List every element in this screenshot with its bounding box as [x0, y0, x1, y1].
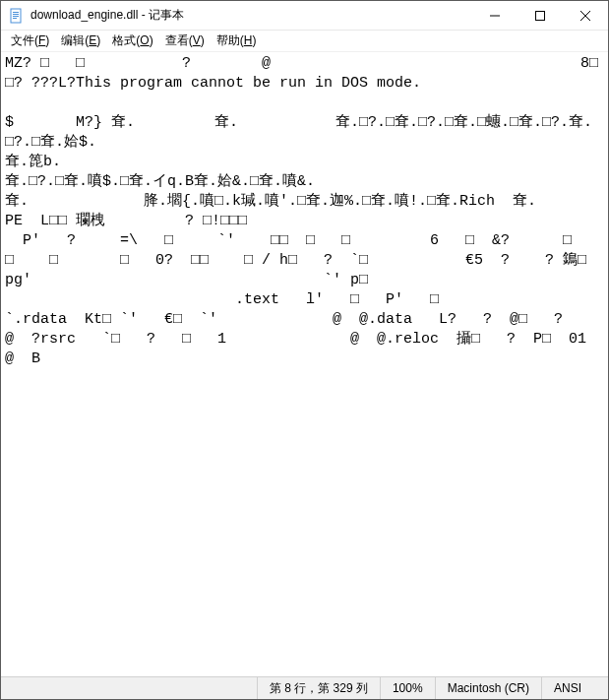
svg-rect-6	[536, 11, 545, 20]
menu-file[interactable]: 文件(F)	[5, 31, 55, 51]
text-area[interactable]: MZ? □ □ ? @ 8□ □? ???L?This program cann…	[1, 51, 608, 676]
menu-format[interactable]: 格式(O)	[106, 31, 158, 51]
title-bar[interactable]: download_engine.dll - 记事本	[1, 1, 608, 31]
status-encoding: ANSI	[541, 677, 608, 699]
status-position: 第 8 行，第 329 列	[257, 677, 380, 699]
menu-edit[interactable]: 编辑(E)	[55, 31, 106, 51]
status-line-ending: Macintosh (CR)	[435, 677, 541, 699]
window-buttons	[472, 1, 608, 30]
maximize-button[interactable]	[518, 1, 563, 30]
menu-view[interactable]: 查看(V)	[159, 31, 211, 51]
close-button[interactable]	[563, 1, 608, 30]
menu-help[interactable]: 帮助(H)	[211, 31, 263, 51]
window-title: download_engine.dll - 记事本	[30, 7, 472, 24]
status-spacer	[1, 677, 257, 699]
notepad-window: download_engine.dll - 记事本 文件(F) 编辑(E) 格式…	[0, 0, 609, 700]
svg-rect-3	[13, 16, 19, 17]
menu-bar: 文件(F) 编辑(E) 格式(O) 查看(V) 帮助(H)	[1, 31, 608, 51]
svg-rect-4	[13, 18, 17, 19]
svg-rect-1	[13, 12, 19, 13]
svg-rect-2	[13, 14, 19, 15]
minimize-button[interactable]	[472, 1, 518, 30]
app-icon	[9, 8, 25, 24]
status-zoom: 100%	[380, 677, 435, 699]
status-bar: 第 8 行，第 329 列 100% Macintosh (CR) ANSI	[1, 676, 608, 699]
